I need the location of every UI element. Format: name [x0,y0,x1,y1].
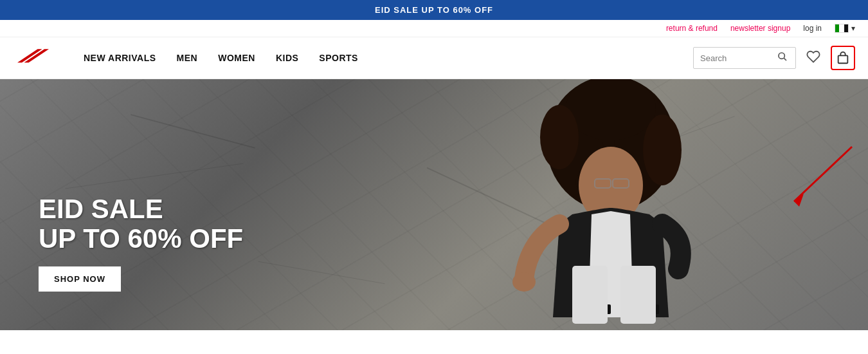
chevron-down-icon: ▾ [851,24,855,33]
search-icon-button[interactable] [777,51,788,64]
return-refund-link[interactable]: return & refund [666,24,718,33]
svg-line-3 [784,58,786,61]
hero-person-figure [431,79,752,330]
nav-links: NEW ARRIVALS MEN WOMEN KIDS SPORTS [84,53,693,63]
hero-text-block: EID SALE UP TO 60% OFF SHOP NOW [39,194,243,292]
arrow-annotation [762,137,865,234]
svg-rect-4 [838,55,848,63]
reebok-logo[interactable] [13,46,58,71]
login-link[interactable]: log in [803,24,822,33]
cart-icon [836,51,850,65]
cart-button[interactable] [831,46,855,70]
nav-kids[interactable]: KIDS [276,53,298,63]
search-input[interactable] [700,53,777,63]
nav-new-arrivals[interactable]: NEW ARRIVALS [84,53,156,63]
svg-point-9 [540,105,579,169]
svg-rect-17 [572,266,608,324]
newsletter-link[interactable]: newsletter signup [730,24,790,33]
search-icon [777,51,788,62]
country-selector[interactable]: ▾ [835,24,855,33]
nav-men[interactable]: MEN [177,53,198,63]
hero-section: EID SALE UP TO 60% OFF SHOP NOW [0,79,868,330]
shop-now-button[interactable]: SHOP NOW [39,266,121,292]
heart-icon [806,50,820,64]
utility-bar: return & refund newsletter signup log in… [0,20,868,37]
hero-headline: EID SALE UP TO 60% OFF [39,194,243,254]
banner-text: EID SALE UP TO 60% OFF [375,5,493,15]
svg-point-2 [779,53,784,59]
nav-right-controls [693,46,855,70]
svg-point-10 [643,115,682,185]
hero-line-2: UP TO 60% OFF [39,223,243,254]
svg-rect-18 [620,266,656,324]
nav-women[interactable]: WOMEN [218,53,255,63]
wishlist-button[interactable] [806,50,820,67]
svg-line-20 [794,147,852,201]
main-navigation: NEW ARRIVALS MEN WOMEN KIDS SPORTS [0,37,868,79]
hero-line-1: EID SALE [39,194,163,224]
nav-sports[interactable]: SPORTS [319,53,358,63]
search-bar[interactable] [693,47,796,69]
flag-icon [835,24,849,33]
svg-point-19 [512,272,536,292]
promotional-banner: EID SALE UP TO 60% OFF [0,0,868,20]
